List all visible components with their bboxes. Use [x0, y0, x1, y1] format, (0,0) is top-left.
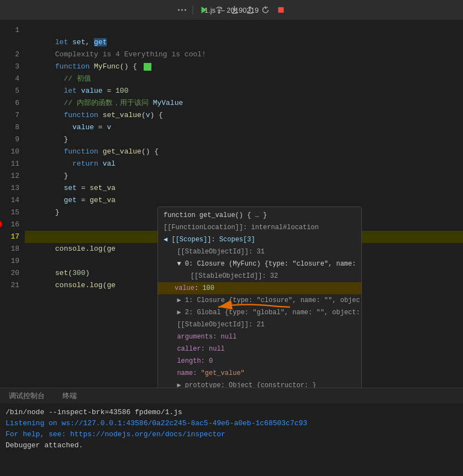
line-number-16: 16 — [0, 219, 19, 231]
svg-point-0 — [178, 9, 180, 11]
svg-point-1 — [181, 9, 183, 11]
code-line-8: } — [25, 121, 463, 134]
line-number-8: 8 — [0, 121, 19, 134]
bottom-tab-bar: 调试控制台 终端 — [0, 388, 463, 404]
line-number-10: 10 — [0, 146, 19, 158]
svg-point-2 — [185, 9, 186, 11]
step-out-icon[interactable] — [244, 4, 256, 16]
terminal-line-4: Debugger attached. — [6, 440, 457, 451]
tooltip-line-4: [[StableObjectId]]: 31 — [158, 246, 361, 258]
terminal-text-1: /bin/node --inspect-brk=43586 fpdemo/1.j… — [6, 408, 182, 416]
code-editor[interactable]: let set, get Complexity is 4 Everything … — [25, 20, 463, 388]
tooltip-line-3: ◀ [[Scopes]]: Scopes[3] — [158, 234, 361, 246]
tooltip-line-9: ▶ 2: Global {type: "global", name: "", o… — [158, 306, 361, 319]
svg-marker-3 — [202, 7, 207, 13]
line-number-14: 14 — [0, 194, 19, 207]
code-line-comment: Complexity is 4 Everything is cool! — [25, 36, 463, 49]
line-number-7: 7 — [0, 109, 19, 121]
tooltip-line-12: caller: null — [158, 343, 361, 355]
play-icon[interactable] — [198, 4, 210, 16]
restart-icon[interactable] — [260, 4, 272, 16]
line-number-19: 19 — [0, 255, 19, 267]
line-number-21: 21 — [0, 279, 19, 292]
toolbar-divider — [193, 6, 193, 14]
code-line-6: function set_value(v) { — [25, 97, 463, 109]
dots-icon[interactable] — [176, 4, 188, 16]
breakpoint-16 — [0, 221, 2, 228]
terminal-line-2: Listening on ws://127.0.0.1:43586/0a22c2… — [6, 418, 457, 429]
line-number-6: 6 — [0, 97, 19, 109]
code-line-10: return val — [25, 146, 463, 158]
tooltip-line-8: ▶ 1: Closure {type: "closure", name: "",… — [158, 294, 361, 306]
line-number-18: 18 — [0, 243, 19, 255]
terminal-text-4: Debugger attached. — [6, 441, 83, 449]
code-line-1: let set, get — [25, 24, 463, 36]
line-number-1: 1 — [0, 24, 19, 36]
variable-tooltip: function get_value() { … } [[FunctionLoc… — [157, 207, 362, 388]
code-line-2: function MyFunc() { — [25, 49, 463, 61]
terminal-output: /bin/node --inspect-brk=43586 fpdemo/1.j… — [0, 404, 463, 476]
tooltip-line-14: name: "get_value" — [158, 367, 361, 379]
tooltip-line-1: function get_value() { … } — [158, 209, 361, 221]
editor-area: 1 - 2 3 4 5 6 7 8 9 10 11 12 13 14 15 16… — [0, 20, 463, 388]
code-line-12: set = set_va — [25, 170, 463, 182]
code-line-13: get = get_va — [25, 182, 463, 194]
terminal-line-3: For help, see: https://nodejs.org/en/doc… — [6, 429, 457, 440]
line-number-comment: - — [0, 36, 19, 49]
line-number-2: 2 — [0, 49, 19, 61]
code-line-4: let value = 100 — [25, 73, 463, 85]
line-number-20: 20 — [0, 267, 19, 279]
line-number-12: 12 — [0, 170, 19, 182]
tooltip-line-2: [[FunctionLocation]]: internal#location — [158, 221, 361, 234]
line-numbers: 1 - 2 3 4 5 6 7 8 9 10 11 12 13 14 15 16… — [0, 20, 25, 388]
bottom-panel: 调试控制台 终端 /bin/node --inspect-brk=43586 f… — [0, 388, 463, 476]
terminal-text-2: Listening on ws://127.0.0.1:43586/0a22c2… — [6, 419, 307, 427]
title-bar: 1.js — 20190219 — [0, 0, 463, 20]
code-line-11: } — [25, 158, 463, 170]
step-over-icon[interactable] — [213, 4, 225, 16]
line-number-11: 11 — [0, 158, 19, 170]
tooltip-line-6: [[StableObjectId]]: 32 — [158, 270, 361, 282]
code-line-9: function get_value() { — [25, 134, 463, 146]
tooltip-line-15: ▶ prototype: Object {constructor: } — [158, 379, 361, 388]
tooltip-line-10: [[StableObjectId]]: 21 — [158, 319, 361, 331]
tooltip-line-11: arguments: null — [158, 331, 361, 343]
line-number-17: 17 ➤ — [0, 231, 19, 243]
line-number-15: 15 — [0, 207, 19, 219]
step-into-icon[interactable] — [229, 4, 241, 16]
line-number-13: 13 — [0, 182, 19, 194]
tooltip-line-5: ▼ 0: Closure (MyFunc) {type: "closure", … — [158, 258, 361, 270]
terminal-line-1: /bin/node --inspect-brk=43586 fpdemo/1.j… — [6, 407, 457, 418]
line-number-9: 9 — [0, 134, 19, 146]
debug-toolbar — [176, 4, 287, 16]
line-number-4: 4 — [0, 73, 19, 85]
tab-debug-console[interactable]: 调试控制台 — [0, 388, 54, 404]
code-line-3: // 初值 — [25, 61, 463, 73]
line-number-5: 5 — [0, 85, 19, 97]
terminal-text-3: For help, see: https://nodejs.org/en/doc… — [6, 430, 225, 438]
tooltip-value-line: value: 100 — [158, 282, 361, 294]
line-number-3: 3 — [0, 61, 19, 73]
code-line-7: value = v — [25, 109, 463, 121]
svg-rect-9 — [278, 7, 284, 13]
tab-terminal[interactable]: 终端 — [54, 388, 86, 404]
code-line-14: } — [25, 194, 463, 207]
code-line-5: // 内部的函数，用于该问 MyValue — [25, 85, 463, 97]
stop-icon[interactable] — [275, 4, 287, 16]
tooltip-line-13: length: 0 — [158, 355, 361, 367]
